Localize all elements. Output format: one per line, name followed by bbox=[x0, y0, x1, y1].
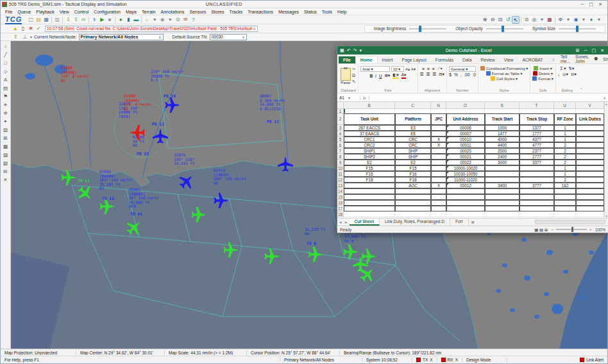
window-buttons[interactable]: ─▢✕ bbox=[581, 2, 606, 7]
cell[interactable] bbox=[554, 211, 576, 217]
cell[interactable]: 3400 bbox=[485, 183, 519, 188]
cell[interactable]: 4400 bbox=[485, 142, 519, 148]
cell[interactable] bbox=[431, 109, 446, 113]
cell[interactable] bbox=[431, 160, 446, 165]
cell[interactable] bbox=[431, 211, 446, 217]
cell[interactable]: SHIP bbox=[395, 154, 431, 160]
marker-tool-icon[interactable]: ✦ bbox=[2, 117, 10, 126]
new-file-icon[interactable]: ▢ bbox=[27, 16, 35, 24]
italic-button[interactable]: I bbox=[375, 74, 376, 78]
cell[interactable] bbox=[395, 211, 431, 217]
column-header-V[interactable]: V bbox=[576, 102, 604, 109]
sheet-grid-area[interactable]: BCNOSTUV12Task UnitPlatformJPCUnit Addre… bbox=[337, 102, 608, 218]
cell[interactable]: 267 EACCS bbox=[344, 125, 395, 131]
copy-icon[interactable]: ⧉ bbox=[352, 72, 356, 78]
cell[interactable] bbox=[576, 131, 604, 136]
cut-icon[interactable]: ✂ bbox=[352, 66, 356, 72]
cell[interactable] bbox=[485, 165, 519, 171]
cell[interactable]: 00022 bbox=[446, 160, 485, 165]
error-message-combo[interactable]: 10:07:58 (Sim): Could not read file: C:\… bbox=[45, 26, 258, 32]
building-icon[interactable]: ▬ bbox=[132, 16, 140, 24]
zoom-out-icon[interactable]: − bbox=[552, 228, 554, 232]
menu-item-help[interactable]: Help bbox=[335, 10, 349, 14]
grid-tool-icon[interactable]: ⊞ bbox=[2, 134, 10, 142]
cell[interactable] bbox=[446, 206, 485, 211]
delete-tool-icon[interactable]: ✕ bbox=[2, 176, 10, 184]
center-icon[interactable]: ⊙ bbox=[523, 16, 530, 24]
cell[interactable] bbox=[576, 177, 604, 183]
cell[interactable] bbox=[431, 131, 446, 136]
header-cell-track-start[interactable]: Track Start bbox=[485, 113, 519, 125]
cell[interactable] bbox=[554, 200, 576, 206]
tab-page-layout[interactable]: Page Layout bbox=[398, 56, 431, 63]
cell[interactable] bbox=[395, 188, 431, 194]
row-header-3[interactable]: 3 bbox=[337, 125, 344, 131]
menu-item-messages[interactable]: Messages bbox=[276, 10, 301, 14]
comma-icon[interactable]: , bbox=[460, 72, 462, 77]
cell[interactable]: 1 bbox=[554, 136, 576, 142]
close-icon[interactable]: ✕ bbox=[600, 48, 604, 53]
cell[interactable] bbox=[576, 188, 604, 194]
cell[interactable] bbox=[576, 142, 604, 148]
menu-item-view[interactable]: View bbox=[57, 10, 72, 14]
cell[interactable] bbox=[344, 188, 395, 194]
caret-down-icon[interactable]: ▾ bbox=[564, 16, 572, 24]
align-bottom-icon[interactable]: ≡ bbox=[432, 67, 435, 71]
text-tool-icon[interactable]: A bbox=[2, 76, 10, 84]
cell[interactable]: CRC2 bbox=[344, 142, 395, 148]
bold-button[interactable]: B bbox=[369, 74, 373, 78]
vertical-scrollbar[interactable]: ▴▾ bbox=[604, 102, 608, 218]
caret-down-icon[interactable]: ▾ bbox=[359, 48, 362, 53]
clear-icon[interactable]: ⊘▾ bbox=[571, 72, 577, 77]
menu-item-annotations[interactable]: Annotations bbox=[158, 10, 187, 14]
underline-button[interactable]: U bbox=[379, 74, 382, 78]
pointer-icon[interactable]: ↖ bbox=[512, 16, 519, 24]
ellipse-tool-icon[interactable]: ○ bbox=[2, 42, 10, 51]
slider-thumb[interactable] bbox=[502, 26, 504, 32]
cell[interactable] bbox=[519, 206, 554, 211]
minimize-icon[interactable]: ─ bbox=[581, 2, 584, 7]
cell[interactable]: 00010 bbox=[446, 136, 485, 142]
select-all-corner[interactable] bbox=[337, 102, 344, 109]
cell[interactable] bbox=[519, 109, 554, 113]
pause-icon[interactable]: ‖ bbox=[90, 16, 98, 24]
tab-formulas[interactable]: Formulas bbox=[431, 56, 458, 63]
cell[interactable] bbox=[576, 183, 604, 188]
add-sheet-icon[interactable]: ⊕ bbox=[469, 220, 477, 225]
window-tool-icon[interactable]: ⊟ bbox=[2, 167, 10, 176]
sheet-nav-right-icon[interactable]: ▸ bbox=[343, 220, 349, 225]
cell[interactable]: 2377 bbox=[519, 148, 554, 154]
cell[interactable] bbox=[576, 206, 604, 211]
node-up-icon[interactable]: ⇧ bbox=[12, 33, 19, 41]
chart-icon[interactable]: ▮ bbox=[124, 16, 132, 24]
currency-icon[interactable]: $ bbox=[449, 72, 452, 77]
header-cell-jpc[interactable]: JPC bbox=[431, 113, 446, 125]
cell[interactable] bbox=[485, 171, 519, 177]
row-header-9[interactable]: 9 bbox=[337, 160, 344, 165]
menu-item-transactions[interactable]: Transactions bbox=[245, 10, 276, 14]
header-cell-unit-address[interactable]: Unit Address bbox=[446, 113, 485, 125]
fill-icon[interactable]: ↓ bbox=[558, 72, 560, 77]
cell[interactable] bbox=[576, 154, 604, 160]
tab-view[interactable]: View bbox=[500, 56, 518, 63]
menu-item-maps[interactable]: Maps bbox=[123, 10, 139, 14]
cell[interactable] bbox=[576, 200, 604, 206]
cell[interactable]: 2 bbox=[554, 177, 576, 183]
cell[interactable] bbox=[554, 194, 576, 200]
cell[interactable] bbox=[485, 194, 519, 200]
fill-color-icon[interactable]: ◧▾ bbox=[393, 72, 398, 79]
cell[interactable] bbox=[344, 194, 395, 200]
tab-review[interactable]: Review bbox=[476, 56, 499, 63]
page-break-view-icon[interactable]: ⊞ bbox=[545, 228, 548, 232]
column-header-U[interactable]: U bbox=[554, 102, 576, 109]
chevron-down-icon[interactable]: ▾ bbox=[30, 35, 32, 39]
insert-button[interactable]: Insert ▾ bbox=[539, 66, 552, 70]
row-header-11[interactable]: 11 bbox=[337, 171, 344, 177]
sheet-tab-fort[interactable]: Fort bbox=[450, 219, 469, 226]
menu-item-control[interactable]: Control bbox=[72, 10, 92, 14]
cell[interactable] bbox=[576, 136, 604, 142]
cell[interactable]: 00020 bbox=[446, 148, 485, 154]
bullseye-icon[interactable]: ◉ bbox=[572, 16, 580, 24]
font-color-icon[interactable]: A▾ bbox=[401, 72, 407, 79]
slider-thumb[interactable] bbox=[576, 26, 578, 32]
